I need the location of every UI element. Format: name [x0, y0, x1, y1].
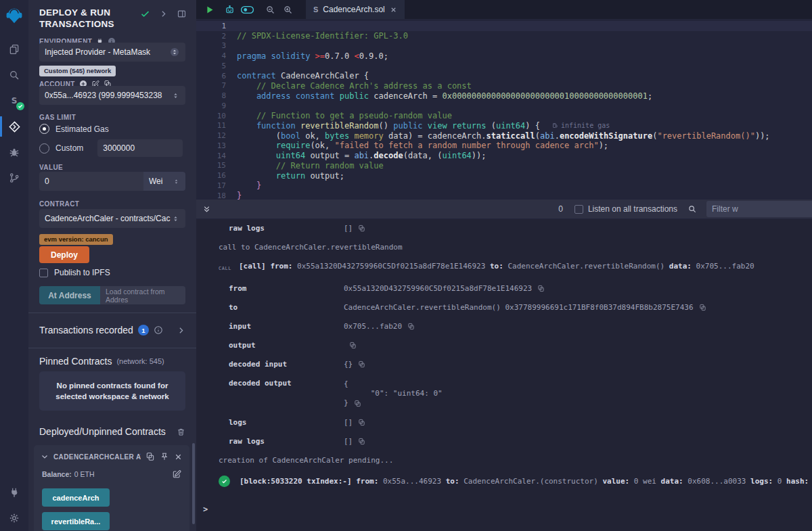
editor-toolbar: S CadenceArch.sol — [196, 0, 812, 19]
listen-all-checkbox[interactable]: Listen on all transactions — [574, 204, 677, 214]
debugger-icon[interactable] — [0, 139, 28, 165]
terminal-kv-row: raw logs[] — [219, 438, 812, 446]
copy-icon[interactable] — [354, 400, 361, 407]
compile-check-icon — [140, 9, 150, 19]
infinite-gas-annotation: infinite gas — [552, 122, 610, 129]
code-line: 1 — [196, 21, 812, 31]
code-line: 12 (bool ok, bytes memory data) = cadenc… — [196, 131, 812, 141]
publish-ipfs-checkbox[interactable]: Publish to IPFS — [39, 268, 185, 277]
divider — [28, 348, 196, 348]
close-tab-icon[interactable] — [390, 6, 397, 14]
terminal-text-line: creation of CadenceArchCaler pending... — [219, 457, 812, 465]
at-address-input[interactable]: Load contract from Addres — [100, 286, 185, 304]
plugin-manager-icon[interactable] — [0, 480, 28, 505]
pin-panel-icon[interactable] — [177, 9, 187, 19]
caret-updown-icon — [171, 214, 180, 223]
line-number: 4 — [196, 51, 237, 60]
copy-icon[interactable] — [537, 285, 545, 293]
terminal-toolbar: 0 Listen on all transactions Filter w — [196, 200, 812, 219]
run-script-icon[interactable] — [200, 0, 218, 19]
code-line: 14 uint64 output = abi.decode(data, (uin… — [196, 151, 812, 161]
chevron-right-icon[interactable] — [159, 9, 168, 18]
terminal-kv-row: toCadenceArchCaler.revertibleRandom() 0x… — [219, 304, 812, 312]
compiled-check-badge — [16, 102, 24, 110]
terminal-prompt[interactable]: > — [203, 505, 812, 514]
transactions-recorded: Transactions recorded 1 — [39, 325, 185, 336]
account-select[interactable]: 0x55a...46923 (999.9999453238 — [39, 86, 185, 105]
code-line: 15 // Return random value — [196, 161, 812, 171]
gas-limit-label: GAS LIMIT — [39, 114, 185, 121]
chevron-right-icon[interactable] — [177, 326, 185, 335]
terminal-kv-row: decoded output{ "0": "uint64: 0"} — [219, 379, 812, 408]
expand-terminal-icon[interactable] — [202, 205, 211, 214]
value-input[interactable]: 0 — [39, 172, 143, 191]
terminal-filter-input[interactable]: Filter w — [706, 201, 812, 217]
trash-icon[interactable] — [177, 428, 185, 436]
copy-icon[interactable] — [358, 438, 365, 446]
terminal-success-entry[interactable]: [block:5033220 txIndex:-] from: 0x55a...… — [219, 476, 812, 487]
line-number: 18 — [196, 191, 237, 200]
code-line: 17 } — [196, 181, 812, 191]
terminal-kv-row: from0x55a1320D432759960C5Df0215a8dF78e1E… — [219, 285, 812, 293]
caret-updown-icon — [173, 178, 180, 185]
gas-estimated-radio[interactable]: Estimated Gas — [39, 124, 185, 134]
code-editor: S CadenceArch.sol 12// SPDX-License-Iden… — [196, 0, 812, 200]
terminal-text-line: call to CadenceArchCaler.revertibleRando… — [219, 244, 812, 252]
code-line: 16 return output; — [196, 170, 812, 181]
icon-rail: S — [0, 0, 29, 531]
solidity-compiler-icon[interactable]: S — [0, 88, 28, 114]
copy-icon[interactable] — [145, 452, 155, 461]
code-line: 3 — [196, 41, 812, 51]
contract-instance-name[interactable]: CADENCEARCHCALER AT 0X — [53, 453, 141, 461]
search-icon[interactable] — [0, 62, 28, 88]
copy-icon[interactable] — [407, 323, 415, 331]
copy-icon[interactable] — [349, 342, 357, 350]
fn-cadencearch-button[interactable]: cadenceArch — [42, 488, 110, 507]
file-explorer-icon[interactable] — [0, 37, 28, 62]
edit-balance-icon[interactable] — [172, 469, 181, 479]
deployed-contract-card: CADENCEARCHCALER AT 0X Balance: 0 ETH ca… — [34, 445, 189, 531]
pin-icon[interactable] — [160, 452, 169, 461]
contract-select[interactable]: CadenceArchCaler - contracts/Cac — [39, 209, 185, 228]
ai-assistant-icon[interactable] — [221, 0, 238, 19]
chevron-down-icon[interactable] — [41, 453, 49, 461]
terminal-search-icon[interactable] — [687, 204, 697, 214]
line-number: 16 — [196, 171, 237, 180]
environment-select[interactable]: Injected Provider - MetaMask — [39, 43, 185, 62]
at-address-button[interactable]: At Address — [39, 286, 100, 304]
terminal-kv-row: input0x705...fab20 — [219, 323, 812, 331]
terminal: 0 Listen on all transactions Filter w ra… — [196, 200, 812, 531]
copy-icon[interactable] — [358, 225, 365, 233]
line-number: 3 — [196, 41, 237, 50]
terminal-output: raw logs[]call to CadenceArchCaler.rever… — [196, 219, 812, 514]
gas-custom-input[interactable]: 3000000 — [97, 139, 183, 157]
code-area[interactable]: 12// SPDX-License-Identifier: GPL-3.034p… — [196, 19, 812, 200]
deploy-run-icon[interactable] — [0, 114, 28, 139]
copy-icon[interactable] — [358, 419, 365, 427]
zoom-out-icon[interactable] — [261, 0, 279, 19]
code-line: 7 // Declare Cadence Arch's address as a… — [196, 81, 812, 91]
zoom-in-icon[interactable] — [279, 0, 296, 19]
code-line: 6contract CadenceArchCaler { — [196, 71, 812, 81]
copy-icon[interactable] — [699, 304, 706, 312]
line-number: 7 — [196, 81, 237, 90]
copilot-toggle-icon[interactable] — [238, 0, 256, 19]
fn-revertiblerandom-button[interactable]: revertibleRa... — [42, 512, 110, 530]
gas-custom-radio[interactable]: Custom 3000000 — [39, 139, 185, 157]
caret-updown-icon — [171, 91, 180, 100]
code-line: 8 address constant public cadenceArch = … — [196, 91, 812, 101]
close-icon[interactable] — [174, 453, 183, 461]
tab-cadencearch[interactable]: S CadenceArch.sol — [306, 0, 405, 19]
settings-icon[interactable] — [0, 505, 28, 531]
copy-icon[interactable] — [358, 361, 365, 369]
value-unit-select[interactable]: Wei — [143, 172, 185, 191]
deploy-button[interactable]: Deploy — [39, 246, 89, 263]
info-icon[interactable] — [154, 325, 163, 335]
panel-scrollbar[interactable] — [192, 443, 195, 524]
deployed-contracts-title: Deployed/Unpinned Contracts — [39, 426, 185, 437]
git-icon[interactable] — [0, 165, 28, 191]
line-number: 11 — [196, 121, 237, 130]
remix-logo[interactable] — [0, 0, 28, 31]
terminal-kv-row: raw logs[] — [219, 225, 812, 233]
terminal-call-entry[interactable]: call[call] from: 0x55a1320D432759960C5Df… — [219, 262, 812, 273]
